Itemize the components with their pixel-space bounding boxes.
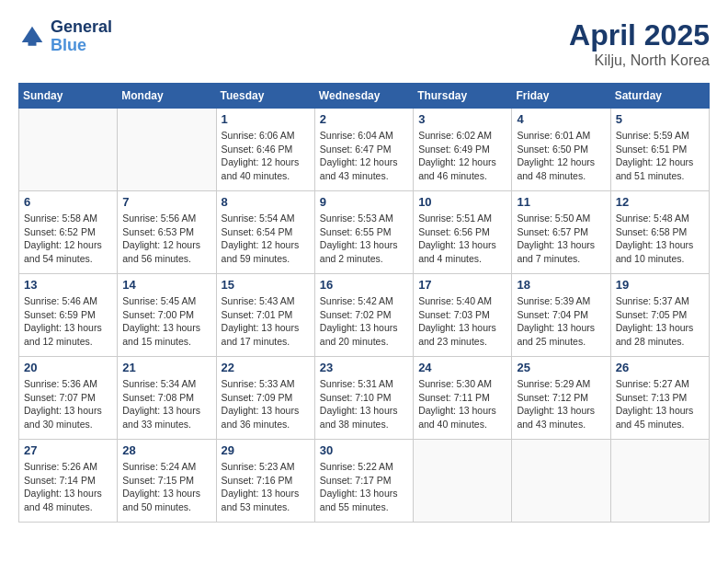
calendar-cell: 20Sunrise: 5:36 AM Sunset: 7:07 PM Dayli…: [19, 357, 118, 440]
day-info: Sunrise: 5:23 AM Sunset: 7:16 PM Dayligh…: [222, 460, 310, 514]
day-info: Sunrise: 5:43 AM Sunset: 7:01 PM Dayligh…: [222, 294, 310, 349]
calendar-cell: 17Sunrise: 5:40 AM Sunset: 7:03 PM Dayli…: [414, 274, 512, 357]
calendar-cell: 5Sunrise: 5:59 AM Sunset: 6:51 PM Daylig…: [610, 109, 709, 191]
day-number: 3: [418, 112, 506, 126]
day-number: 1: [222, 112, 310, 126]
calendar-cell: [19, 109, 118, 191]
day-number: 29: [222, 443, 310, 457]
calendar-cell: 4Sunrise: 6:01 AM Sunset: 6:50 PM Daylig…: [512, 109, 610, 191]
logo-icon: [18, 23, 46, 51]
day-number: 22: [222, 361, 310, 374]
calendar-cell: 25Sunrise: 5:29 AM Sunset: 7:12 PM Dayli…: [512, 357, 610, 440]
day-info: Sunrise: 5:53 AM Sunset: 6:55 PM Dayligh…: [320, 212, 408, 266]
logo-line1: General: [51, 18, 112, 37]
calendar-cell: 23Sunrise: 5:31 AM Sunset: 7:10 PM Dayli…: [314, 357, 413, 440]
calendar-cell: 13Sunrise: 5:46 AM Sunset: 6:59 PM Dayli…: [19, 274, 118, 357]
weekday-header-tuesday: Tuesday: [216, 84, 314, 109]
calendar-cell: 1Sunrise: 6:06 AM Sunset: 6:46 PM Daylig…: [216, 109, 314, 191]
month-title: April 2025: [569, 18, 710, 52]
calendar-cell: [414, 440, 512, 523]
weekday-header-thursday: Thursday: [414, 84, 512, 109]
day-number: 20: [24, 361, 112, 374]
day-number: 11: [517, 195, 605, 209]
calendar-cell: 11Sunrise: 5:50 AM Sunset: 6:57 PM Dayli…: [512, 191, 610, 274]
day-number: 9: [320, 195, 408, 209]
day-number: 24: [418, 361, 506, 374]
day-number: 28: [122, 443, 210, 457]
day-info: Sunrise: 5:56 AM Sunset: 6:53 PM Dayligh…: [122, 212, 210, 266]
day-number: 10: [418, 195, 506, 209]
day-number: 16: [320, 278, 408, 292]
calendar-cell: 6Sunrise: 5:58 AM Sunset: 6:52 PM Daylig…: [19, 191, 118, 274]
day-number: 12: [616, 195, 704, 209]
calendar-cell: 19Sunrise: 5:37 AM Sunset: 7:05 PM Dayli…: [610, 274, 709, 357]
day-info: Sunrise: 5:30 AM Sunset: 7:11 PM Dayligh…: [418, 377, 506, 431]
day-info: Sunrise: 5:27 AM Sunset: 7:13 PM Dayligh…: [616, 377, 704, 431]
calendar-cell: 15Sunrise: 5:43 AM Sunset: 7:01 PM Dayli…: [216, 274, 314, 357]
day-number: 8: [222, 195, 310, 209]
page-header: General Blue April 2025 Kilju, North Kor…: [18, 18, 710, 69]
day-info: Sunrise: 5:59 AM Sunset: 6:51 PM Dayligh…: [616, 129, 704, 183]
day-number: 27: [24, 443, 112, 457]
day-info: Sunrise: 5:33 AM Sunset: 7:09 PM Dayligh…: [222, 377, 310, 431]
day-info: Sunrise: 5:39 AM Sunset: 7:04 PM Dayligh…: [517, 294, 605, 349]
logo-text: General Blue: [51, 18, 112, 55]
calendar-cell: [118, 109, 216, 191]
calendar-cell: 24Sunrise: 5:30 AM Sunset: 7:11 PM Dayli…: [414, 357, 512, 440]
day-info: Sunrise: 6:06 AM Sunset: 6:46 PM Dayligh…: [222, 129, 310, 183]
day-info: Sunrise: 5:22 AM Sunset: 7:17 PM Dayligh…: [320, 460, 408, 514]
day-number: 6: [24, 195, 112, 209]
day-info: Sunrise: 5:48 AM Sunset: 6:58 PM Dayligh…: [616, 212, 704, 266]
week-row-4: 20Sunrise: 5:36 AM Sunset: 7:07 PM Dayli…: [19, 357, 710, 440]
calendar-cell: 16Sunrise: 5:42 AM Sunset: 7:02 PM Dayli…: [314, 274, 413, 357]
calendar-cell: 10Sunrise: 5:51 AM Sunset: 6:56 PM Dayli…: [414, 191, 512, 274]
calendar-cell: 14Sunrise: 5:45 AM Sunset: 7:00 PM Dayli…: [118, 274, 216, 357]
day-number: 13: [24, 278, 112, 292]
day-number: 14: [122, 278, 210, 292]
day-number: 23: [320, 361, 408, 374]
calendar-cell: [610, 440, 709, 523]
day-info: Sunrise: 5:36 AM Sunset: 7:07 PM Dayligh…: [24, 377, 112, 431]
day-number: 7: [122, 195, 210, 209]
day-info: Sunrise: 5:46 AM Sunset: 6:59 PM Dayligh…: [24, 294, 112, 349]
day-info: Sunrise: 5:31 AM Sunset: 7:10 PM Dayligh…: [320, 377, 408, 431]
calendar-cell: 2Sunrise: 6:04 AM Sunset: 6:47 PM Daylig…: [314, 109, 413, 191]
day-number: 17: [418, 278, 506, 292]
day-number: 26: [616, 361, 704, 374]
day-info: Sunrise: 5:29 AM Sunset: 7:12 PM Dayligh…: [517, 377, 605, 431]
calendar-cell: 8Sunrise: 5:54 AM Sunset: 6:54 PM Daylig…: [216, 191, 314, 274]
weekday-header-monday: Monday: [118, 84, 216, 109]
day-number: 18: [517, 278, 605, 292]
calendar-cell: [512, 440, 610, 523]
day-info: Sunrise: 5:42 AM Sunset: 7:02 PM Dayligh…: [320, 294, 408, 349]
calendar-cell: 12Sunrise: 5:48 AM Sunset: 6:58 PM Dayli…: [610, 191, 709, 274]
day-info: Sunrise: 5:26 AM Sunset: 7:14 PM Dayligh…: [24, 460, 112, 514]
day-info: Sunrise: 5:50 AM Sunset: 6:57 PM Dayligh…: [517, 212, 605, 266]
week-row-3: 13Sunrise: 5:46 AM Sunset: 6:59 PM Dayli…: [19, 274, 710, 357]
calendar-cell: 29Sunrise: 5:23 AM Sunset: 7:16 PM Dayli…: [216, 440, 314, 523]
day-info: Sunrise: 5:24 AM Sunset: 7:15 PM Dayligh…: [122, 460, 210, 514]
weekday-header-saturday: Saturday: [610, 84, 709, 109]
week-row-2: 6Sunrise: 5:58 AM Sunset: 6:52 PM Daylig…: [19, 191, 710, 274]
weekday-header-sunday: Sunday: [19, 84, 118, 109]
weekday-header-wednesday: Wednesday: [314, 84, 413, 109]
week-row-5: 27Sunrise: 5:26 AM Sunset: 7:14 PM Dayli…: [19, 440, 710, 523]
calendar-cell: 9Sunrise: 5:53 AM Sunset: 6:55 PM Daylig…: [314, 191, 413, 274]
calendar-cell: 7Sunrise: 5:56 AM Sunset: 6:53 PM Daylig…: [118, 191, 216, 274]
day-info: Sunrise: 5:40 AM Sunset: 7:03 PM Dayligh…: [418, 294, 506, 349]
day-info: Sunrise: 6:02 AM Sunset: 6:49 PM Dayligh…: [418, 129, 506, 183]
calendar-cell: 27Sunrise: 5:26 AM Sunset: 7:14 PM Dayli…: [19, 440, 118, 523]
day-info: Sunrise: 5:37 AM Sunset: 7:05 PM Dayligh…: [616, 294, 704, 349]
day-info: Sunrise: 6:04 AM Sunset: 6:47 PM Dayligh…: [320, 129, 408, 183]
location: Kilju, North Korea: [569, 52, 710, 69]
calendar-cell: 26Sunrise: 5:27 AM Sunset: 7:13 PM Dayli…: [610, 357, 709, 440]
day-number: 4: [517, 112, 605, 126]
day-number: 19: [616, 278, 704, 292]
day-number: 15: [222, 278, 310, 292]
calendar-cell: 21Sunrise: 5:34 AM Sunset: 7:08 PM Dayli…: [118, 357, 216, 440]
logo: General Blue: [18, 18, 112, 55]
day-info: Sunrise: 5:58 AM Sunset: 6:52 PM Dayligh…: [24, 212, 112, 266]
weekday-header-row: SundayMondayTuesdayWednesdayThursdayFrid…: [19, 84, 710, 109]
day-info: Sunrise: 5:45 AM Sunset: 7:00 PM Dayligh…: [122, 294, 210, 349]
day-number: 25: [517, 361, 605, 374]
